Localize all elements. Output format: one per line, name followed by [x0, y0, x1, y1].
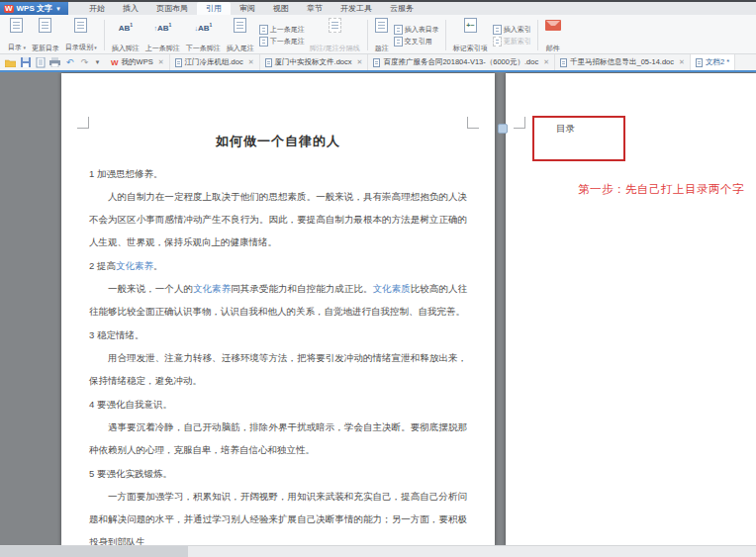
paragraph-5[interactable]: 一方面要加强学习，积累知识，开阔视野，用知识来武装和充实自己，提高自己分析问题和… [89, 485, 467, 546]
next-endnote-button[interactable]: 下一条尾注 [259, 37, 305, 46]
index-group: +− 标记索引项 插入索引 更新索引 [447, 17, 536, 53]
undo-button[interactable]: ↶ [64, 57, 75, 68]
group-divider [104, 20, 105, 50]
insert-footnote-button[interactable]: AB1 插入脚注 [109, 17, 142, 53]
next-footnote-button[interactable]: ↓AB1 下一条脚注 [183, 17, 224, 53]
tab-home[interactable]: 开始 [80, 2, 114, 15]
ribbon-tab-strip: 开始 插入 页面布局 引用 审阅 视图 章节 开发工具 云服务 [80, 2, 423, 15]
print-preview-button[interactable] [35, 57, 46, 68]
heading-3[interactable]: 3 稳定情绪。 [89, 324, 467, 346]
print-button[interactable] [49, 57, 60, 68]
page-gap-widget-icon[interactable] [498, 124, 508, 134]
document-icon [696, 58, 703, 67]
paragraph-2[interactable]: 一般来说，一个人的文化素养同其承受能力和自控能力成正比。文化素质比较高的人往往能… [89, 277, 467, 323]
insert-endnote-icon [234, 18, 246, 33]
document-icon [560, 58, 567, 67]
hyperlink-culture[interactable]: 文化素养 [116, 260, 153, 271]
mark-index-icon: +− [464, 18, 477, 33]
app-name: WPS 文字 [17, 3, 52, 14]
toc-level-icon [74, 18, 87, 33]
tab-cloud[interactable]: 云服务 [381, 2, 423, 15]
heading-2[interactable]: 2 提高文化素养。 [89, 254, 467, 277]
ribbon: 目录 更新目录 目录级别 AB1 插入脚注 ↑AB1 上一条脚注 ↓AB1 [0, 15, 756, 54]
insert-table-of-figures-button[interactable]: 插入表目录 [394, 25, 439, 35]
save-button[interactable] [20, 57, 31, 68]
document-icon [265, 58, 272, 67]
redo-button[interactable]: ↷ [79, 57, 90, 68]
document-body[interactable]: 1 加强思想修养。 人的自制力在一定程度上取决于他们的思想素质。一般来说，具有崇… [89, 162, 467, 546]
tab-review[interactable]: 审阅 [231, 2, 264, 15]
heading-1[interactable]: 1 加强思想修养。 [89, 162, 467, 185]
margin-cropmark-icon [77, 117, 89, 129]
tab-page-layout[interactable]: 页面布局 [147, 2, 197, 15]
close-icon[interactable]: ✕ [679, 58, 685, 66]
prev-footnote-button[interactable]: ↑AB1 上一条脚注 [142, 17, 183, 53]
margin-cropmark-icon [514, 117, 525, 129]
heading-5[interactable]: 5 要强化实践锻炼。 [89, 462, 467, 485]
folder-icon [5, 58, 16, 67]
cross-reference-button[interactable]: 交叉引用 [394, 37, 439, 46]
insert-index-icon [493, 25, 502, 35]
caption-button[interactable]: 题注 [372, 17, 392, 53]
mark-index-entry-button[interactable]: +− 标记索引项 [450, 17, 491, 53]
hyperlink-culture-quality[interactable]: 文化素质 [373, 283, 411, 294]
insert-endnote-button[interactable]: 插入尾注 [224, 17, 257, 53]
paragraph-1[interactable]: 人的自制力在一定程度上取决于他们的思想素质。一般来说，具有崇高理想抱负的人决不会… [89, 185, 467, 253]
wps-logo-icon: W [4, 5, 14, 13]
prev-endnote-icon [259, 25, 268, 35]
next-footnote-icon: ↓AB1 [194, 18, 212, 33]
document-icon [373, 58, 380, 67]
group-divider [367, 20, 368, 50]
doc-tab-3[interactable]: 百度推广服务合同201804-V13-（6000元）.doc ✕ [368, 54, 555, 70]
quick-access-more-button[interactable]: ▼ [94, 57, 101, 68]
tab-insert[interactable]: 插入 [114, 2, 147, 15]
paragraph-3[interactable]: 用合理发泄、注意力转移、迁移环境等方法，把将要引发冲动的情绪宣泄和释放出来，保持… [89, 346, 467, 392]
index-stack: 插入索引 更新索引 [491, 17, 533, 53]
tab-section[interactable]: 章节 [298, 2, 331, 15]
update-toc-button[interactable]: 更新目录 [29, 17, 62, 53]
insert-index-button[interactable]: 插入索引 [493, 25, 531, 35]
heading-4[interactable]: 4 要强化自我意识。 [89, 393, 467, 416]
titlebar: W WPS 文字 ▼ 开始 插入 页面布局 引用 审阅 视图 章节 开发工具 云… [0, 2, 756, 15]
toc-level-button[interactable]: 目录级别 [62, 17, 100, 53]
doc-tab-my-wps[interactable]: W 我的WPS ✕ [106, 54, 170, 70]
tab-view[interactable]: 视图 [264, 2, 298, 15]
group-divider [445, 20, 446, 50]
table-of-figures-icon [394, 25, 403, 35]
open-document-tabs: W 我的WPS ✕ 江门冷库机组.doc ✕ 厦门中实投标文件.docx ✕ 百… [106, 54, 756, 70]
status-bar-partial [0, 545, 756, 557]
document-tab-bar: ↶ ↷ ▼ W 我的WPS ✕ 江门冷库机组.doc ✕ 厦门中实投标文件.do… [0, 54, 756, 70]
hyperlink-culture[interactable]: 文化素养 [193, 283, 231, 294]
close-icon[interactable]: ✕ [158, 58, 164, 66]
doc-tab-4[interactable]: 千里马招标信息导出_05-14.doc ✕ [555, 54, 691, 70]
open-folder-button[interactable] [5, 57, 16, 68]
page-2[interactable]: 目录 第一步：先自己打上目录两个字 [506, 73, 756, 546]
mail-merge-button[interactable]: 邮件 [542, 17, 564, 53]
doc-tab-document2-active[interactable]: 文档2 * [691, 54, 735, 70]
annotation-red-box[interactable] [532, 116, 625, 161]
doc-tab-2[interactable]: 厦门中实投标文件.docx ✕ [260, 54, 369, 70]
close-icon[interactable]: ✕ [543, 58, 549, 66]
endnote-nav-stack: 上一条尾注 下一条尾注 [257, 17, 307, 53]
toc-button[interactable]: 目录 [5, 17, 29, 53]
cross-reference-icon [394, 37, 403, 46]
document-icon [175, 58, 182, 67]
mail-group: 邮件 [539, 17, 567, 53]
document-title[interactable]: 如何做一个自律的人 [89, 133, 467, 150]
wps-home-icon: W [111, 58, 119, 67]
annotation-step-text[interactable]: 第一步：先自己打上目录两个字 [578, 182, 744, 197]
caption-group: 题注 插入表目录 交叉引用 [369, 17, 444, 53]
page-1[interactable]: 如何做一个自律的人 1 加强思想修养。 人的自制力在一定程度上取决于他们的思想素… [61, 73, 495, 546]
printer-icon [49, 57, 60, 67]
paragraph-4[interactable]: 遇事要沉着冷静，自己开动脑筋，排除外界干扰或暗示，学会自主决断。要彻底摆脱那种依… [89, 416, 467, 461]
close-icon[interactable]: ✕ [248, 58, 254, 66]
close-icon[interactable]: ✕ [357, 58, 363, 66]
prev-endnote-button[interactable]: 上一条尾注 [259, 25, 305, 35]
print-preview-icon [36, 57, 46, 68]
footnote-group: AB1 插入脚注 ↑AB1 上一条脚注 ↓AB1 下一条脚注 插入尾注 上一条尾… [106, 17, 366, 53]
tab-references[interactable]: 引用 [197, 2, 231, 15]
update-toc-icon [39, 18, 51, 33]
tab-developer[interactable]: 开发工具 [331, 2, 381, 15]
wps-menu-button[interactable]: W WPS 文字 ▼ [0, 2, 68, 15]
doc-tab-1[interactable]: 江门冷库机组.doc ✕ [170, 54, 260, 70]
